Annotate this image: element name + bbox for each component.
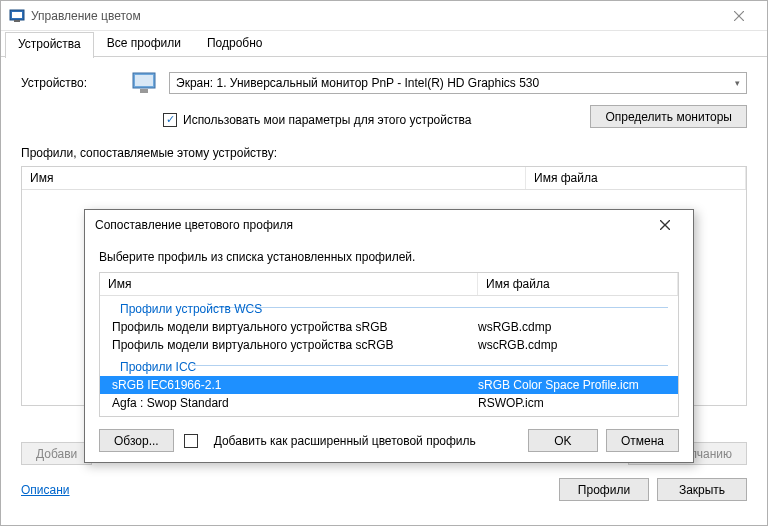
color-management-window: Управление цветом Устройства Все профили… <box>0 0 768 526</box>
group-wcs: Профили устройств WCS <box>100 296 678 318</box>
profile-list-body[interactable]: Профили устройств WCS Профиль модели вир… <box>100 296 678 416</box>
profile-row[interactable]: Профиль модели виртуального устройства s… <box>100 318 678 336</box>
about-profiles-link[interactable]: Описани <box>21 483 70 497</box>
profile-list-table: Имя Имя файла Профили устройств WCS Проф… <box>99 272 679 417</box>
titlebar: Управление цветом <box>1 1 767 31</box>
svg-rect-7 <box>140 89 148 93</box>
add-button[interactable]: Добави <box>21 442 92 465</box>
profiles-section-label: Профили, сопоставляемые этому устройству… <box>21 146 747 160</box>
dialog-titlebar: Сопоставление цветового профиля <box>85 210 693 240</box>
chevron-down-icon: ▾ <box>735 78 740 88</box>
profiles-table-header: Имя Имя файла <box>22 167 746 190</box>
svg-rect-2 <box>14 20 20 22</box>
dialog-actions: Обзор... Добавить как расширенный цветов… <box>99 429 679 452</box>
device-dropdown[interactable]: Экран: 1. Универсальный монитор PnP - In… <box>169 72 747 94</box>
tab-bar: Устройства Все профили Подробно <box>1 31 767 57</box>
col-file-header[interactable]: Имя файла <box>526 167 746 189</box>
cancel-button[interactable]: Отмена <box>606 429 679 452</box>
device-value: Экран: 1. Универсальный монитор PnP - In… <box>176 76 539 90</box>
svg-rect-6 <box>135 75 153 86</box>
svg-rect-1 <box>12 12 22 18</box>
dialog-title: Сопоставление цветового профиля <box>95 218 647 232</box>
tab-devices[interactable]: Устройства <box>5 32 94 58</box>
close-icon[interactable] <box>719 2 759 30</box>
tab-all-profiles[interactable]: Все профили <box>94 31 194 57</box>
device-row: Устройство: Экран: 1. Универсальный мони… <box>21 71 747 95</box>
ok-button[interactable]: OK <box>528 429 598 452</box>
monitor-icon <box>131 71 159 95</box>
window-title: Управление цветом <box>31 9 719 23</box>
dialog-instruction: Выберите профиль из списка установленных… <box>99 250 679 264</box>
use-my-settings-label: Использовать мои параметры для этого уст… <box>183 113 471 127</box>
profiles-button[interactable]: Профили <box>559 478 649 501</box>
use-my-settings-checkbox[interactable]: ✓ <box>163 113 177 127</box>
footer-buttons: Профили Закрыть <box>559 478 747 501</box>
identify-monitors-button[interactable]: Определить мониторы <box>590 105 747 128</box>
modal-col-name[interactable]: Имя <box>100 273 478 295</box>
add-advanced-checkbox[interactable] <box>184 433 204 448</box>
browse-button[interactable]: Обзор... <box>99 429 174 452</box>
add-advanced-label: Добавить как расширенный цветовой профил… <box>214 434 476 448</box>
dialog-close-icon[interactable] <box>647 212 683 238</box>
profile-row[interactable]: Agfa : Swop Standard RSWOP.icm <box>100 394 678 412</box>
associate-profile-dialog: Сопоставление цветового профиля Выберите… <box>84 209 694 463</box>
device-label: Устройство: <box>21 76 131 90</box>
close-button[interactable]: Закрыть <box>657 478 747 501</box>
modal-col-file[interactable]: Имя файла <box>478 273 678 295</box>
profile-row[interactable]: Профиль модели виртуального устройства s… <box>100 336 678 354</box>
group-icc: Профили ICC <box>100 354 678 376</box>
col-name-header[interactable]: Имя <box>22 167 526 189</box>
profile-row-selected[interactable]: sRGB IEC61966-2.1 sRGB Color Space Profi… <box>100 376 678 394</box>
tab-advanced[interactable]: Подробно <box>194 31 276 57</box>
profile-list-header: Имя Имя файла <box>100 273 678 296</box>
app-icon <box>9 8 25 24</box>
